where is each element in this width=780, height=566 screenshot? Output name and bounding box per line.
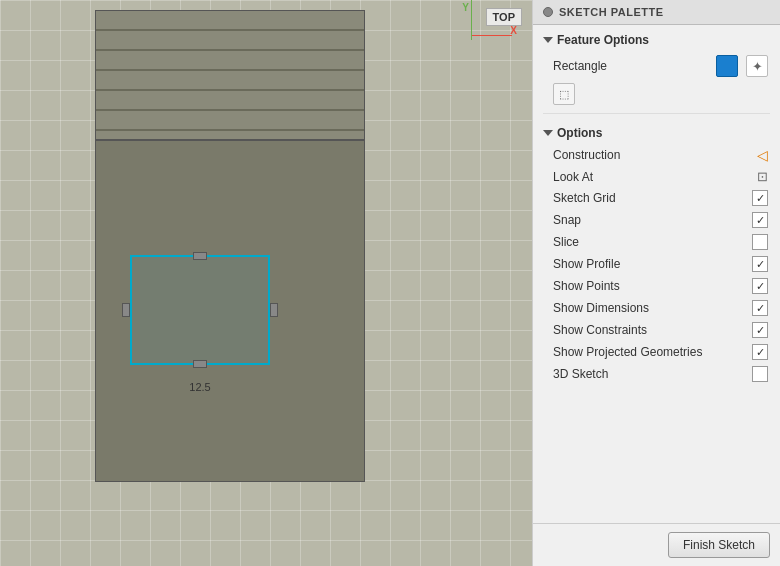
checkbox-3[interactable] — [752, 212, 768, 228]
checkbox-6[interactable] — [752, 278, 768, 294]
sparkle-icon-btn[interactable]: ✦ — [746, 55, 768, 77]
option-row-4: Slice — [533, 231, 780, 253]
panel-header: SKETCH PALETTE — [533, 0, 780, 25]
divider-1 — [543, 113, 770, 114]
sketch-palette-panel: SKETCH PALETTE Feature Options Rectangle… — [532, 0, 780, 566]
checkbox-10[interactable] — [752, 366, 768, 382]
midpoint-left — [122, 303, 130, 317]
feature-options-chevron[interactable] — [543, 37, 553, 43]
option-row-2: Sketch Grid — [533, 187, 780, 209]
option-label-6: Show Points — [553, 279, 744, 293]
sketch-rectangle[interactable] — [130, 255, 270, 365]
panel-title: SKETCH PALETTE — [559, 6, 664, 18]
feature-options-label: Feature Options — [557, 33, 649, 47]
3d-object — [95, 10, 365, 482]
option-label-0: Construction — [553, 148, 749, 162]
option-row-8: Show Constraints — [533, 319, 780, 341]
checkbox-4[interactable] — [752, 234, 768, 250]
dimension-label: 12.5 — [189, 381, 210, 393]
axis-y-label: Y — [462, 2, 469, 13]
axis-x-line — [472, 35, 512, 36]
options-label: Options — [557, 126, 602, 140]
option-row-3: Snap — [533, 209, 780, 231]
axis-x-label: X — [510, 25, 517, 36]
midpoint-top — [193, 252, 207, 260]
rect-mode-icon-btn[interactable]: ⬚ — [553, 83, 575, 105]
option-label-1: Look At — [553, 170, 749, 184]
sketch-rectangle-container[interactable]: 12.5 — [130, 255, 270, 365]
finish-sketch-button[interactable]: Finish Sketch — [668, 532, 770, 558]
construction-icon[interactable]: ◁ — [757, 147, 768, 163]
options-header: Options — [533, 118, 780, 144]
feature-options-header: Feature Options — [533, 25, 780, 51]
option-label-3: Snap — [553, 213, 744, 227]
option-label-4: Slice — [553, 235, 744, 249]
panel-body: Feature Options Rectangle ✦ ⬚ Options Co… — [533, 25, 780, 523]
checkbox-7[interactable] — [752, 300, 768, 316]
feature-rectangle-label: Rectangle — [553, 59, 708, 73]
panel-footer: Finish Sketch — [533, 523, 780, 566]
midpoint-bottom — [193, 360, 207, 368]
feature-extra-row: ⬚ — [533, 81, 780, 109]
option-row-9: Show Projected Geometries — [533, 341, 780, 363]
option-label-9: Show Projected Geometries — [553, 345, 744, 359]
options-list: Construction◁Look At⊡Sketch GridSnapSlic… — [533, 144, 780, 385]
axis-y-line — [471, 0, 472, 40]
option-row-7: Show Dimensions — [533, 297, 780, 319]
panel-header-dot — [543, 7, 553, 17]
view-label[interactable]: TOP — [486, 8, 522, 26]
option-label-10: 3D Sketch — [553, 367, 744, 381]
option-row-6: Show Points — [533, 275, 780, 297]
option-row-10: 3D Sketch — [533, 363, 780, 385]
feature-rectangle-row: Rectangle ✦ — [533, 51, 780, 81]
midpoint-right — [270, 303, 278, 317]
checkbox-2[interactable] — [752, 190, 768, 206]
option-row-5: Show Profile — [533, 253, 780, 275]
option-label-7: Show Dimensions — [553, 301, 744, 315]
option-label-8: Show Constraints — [553, 323, 744, 337]
option-row-1: Look At⊡ — [533, 166, 780, 187]
option-label-2: Sketch Grid — [553, 191, 744, 205]
lookat-icon[interactable]: ⊡ — [757, 169, 768, 184]
viewport[interactable]: Y X TOP 12.5 — [0, 0, 532, 566]
color-swatch[interactable] — [716, 55, 738, 77]
checkbox-8[interactable] — [752, 322, 768, 338]
options-chevron[interactable] — [543, 130, 553, 136]
option-label-5: Show Profile — [553, 257, 744, 271]
option-row-0: Construction◁ — [533, 144, 780, 166]
drum-top-section — [96, 11, 364, 141]
checkbox-9[interactable] — [752, 344, 768, 360]
checkbox-5[interactable] — [752, 256, 768, 272]
